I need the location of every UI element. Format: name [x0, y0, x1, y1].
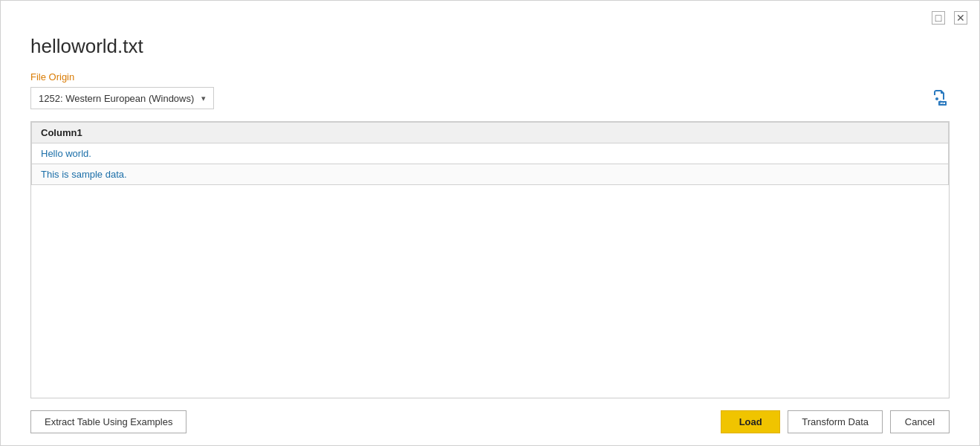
close-button[interactable]: ✕ [954, 11, 967, 25]
transform-data-button[interactable]: Transform Data [788, 410, 883, 433]
content-area: helloworld.txt File Origin 1252: Western… [1, 28, 979, 398]
refresh-icon-button[interactable]: ↻ [929, 88, 950, 109]
title-bar: □ ✕ [1, 1, 979, 28]
table-row: This is sample data. [32, 164, 949, 185]
footer-left: Extract Table Using Examples [30, 410, 186, 433]
footer-right: Load Transform Data Cancel [721, 410, 950, 433]
title-bar-controls: □ ✕ [932, 11, 967, 25]
dropdown-row: 1252: Western European (Windows) ▾ ↻ [30, 87, 950, 109]
table-cell: This is sample data. [32, 164, 949, 185]
dropdown-value: 1252: Western European (Windows) [39, 93, 194, 104]
column1-header: Column1 [32, 123, 949, 143]
data-table-container[interactable]: Column1 Hello world.This is sample data. [30, 121, 950, 398]
cancel-button[interactable]: Cancel [890, 410, 950, 433]
minimize-button[interactable]: □ [932, 11, 945, 25]
table-cell: Hello world. [32, 143, 949, 164]
file-origin-label: File Origin [30, 71, 950, 83]
file-title: helloworld.txt [30, 35, 950, 58]
footer: Extract Table Using Examples Load Transf… [1, 398, 979, 445]
main-window: □ ✕ helloworld.txt File Origin 1252: Wes… [0, 0, 980, 446]
load-button[interactable]: Load [721, 410, 780, 433]
table-row: Hello world. [32, 143, 949, 164]
file-origin-dropdown[interactable]: 1252: Western European (Windows) ▾ [30, 87, 214, 109]
chevron-down-icon: ▾ [201, 94, 206, 103]
extract-table-button[interactable]: Extract Table Using Examples [30, 410, 186, 433]
data-table: Column1 Hello world.This is sample data. [31, 122, 949, 185]
svg-text:↻: ↻ [939, 100, 944, 106]
table-header-row: Column1 [32, 123, 949, 143]
